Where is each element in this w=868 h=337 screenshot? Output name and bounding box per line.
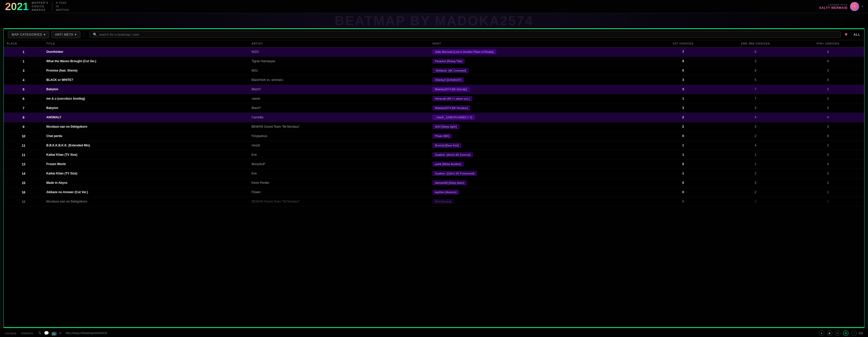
host-badge[interactable]: Syadow- [Zylin's 5K Possessed] [433,171,476,176]
github-icon[interactable]: ⌗ [59,331,61,335]
host-badge[interactable]: Syadow- [Ama's 6K Exorcist] [433,152,473,157]
toolbar: MAP CATEGORIES ▾ ANTI META ▾ 🔍 ♥ ALL [4,29,864,40]
table-row[interactable]: 1 What the Waves Brought (Cut Ver.) Tigr… [4,57,864,66]
table-row[interactable]: 6 me & u (succducc bootleg) cassie Herar… [4,94,864,103]
mode-4[interactable]: ○ [851,330,857,336]
host-badge[interactable]: MJH [Insane] [433,199,454,204]
favorites-icon[interactable]: ♥ [845,32,847,37]
cell-fourth-plus-choices: 8 [792,131,864,141]
table-row[interactable]: 13 Frozen World MuryokuP pwhk [White Ano… [4,159,864,169]
host-badge[interactable]: Herarudo [6K // i adore you.] [433,96,472,101]
table-row[interactable]: 16 Akikaze no Answer (Cut Ver.) Flower k… [4,188,864,197]
cell-place: 3 [4,66,43,75]
host-badge[interactable]: diamant66 [Deep down] [433,181,466,185]
discord-icon[interactable]: 💬 [44,331,49,335]
user-area: LOGGED IN AS SALTY MERMAID 🧜 ▾ [819,2,863,11]
cell-host: Syadow- [Ama's 6K Exorcist] [430,150,647,159]
table-row[interactable]: 10 Chat perdu Feryquitous Phukir [MX] 0 … [4,131,864,141]
logo-sub: A YEAR IN MAPPING [56,1,69,12]
cell-artist: Eve [248,169,430,178]
cell-title: Promise (feat. Sherie) [43,66,248,75]
cell-title: BLACK or WHITE? [43,75,248,85]
host-badge[interactable]: XDerbyX [EXHAUST] [433,78,464,82]
table-row[interactable]: 11 Kaikai Kitan (TV Size) Eve Syadow- [A… [4,150,864,159]
cell-fourth-plus-choices: 4 [792,159,864,169]
cell-place: 10 [4,131,43,141]
cell-artist: BlackY [248,103,430,113]
cell-host: Madoka2574 [6K Eternity] [430,85,647,94]
cell-place: 11 [4,150,43,159]
table-row[interactable]: 4 BLACK or WHITE? BlackYooh vs. siromaru… [4,75,864,85]
brand-corsace: corsace [5,332,17,335]
bottom-link[interactable]: https://osupy.sh/beatmapsets/634232 [65,332,107,334]
cell-place: 11 [4,141,43,150]
table-row[interactable]: 5 Babylon BlackY Madoka2574 [6K Eternity… [4,85,864,94]
cell-place: 16 [4,188,43,197]
anti-meta-button[interactable]: ANTI META ▾ [51,31,80,38]
host-badge[interactable]: Salty Mermaid [Lost in Another Plane of … [433,50,496,54]
cell-host: Salty Mermaid [Lost in Another Plane of … [430,47,647,57]
results-table-wrap[interactable]: PLACE TITLE ARTIST HOST 1ST CHOICES 2ND-… [4,40,864,327]
cell-title: Chat perdu [43,131,248,141]
table-row[interactable]: 1 Overthinker INZO Salty Mermaid [Lost i… [4,47,864,57]
language-selector[interactable]: EN [859,332,863,335]
cell-first-choices: 0 [647,178,719,188]
cell-first-choices: 0 [647,197,719,206]
cell-first-choices: 0 [647,188,719,197]
host-badge[interactable]: Phukir [MX] [433,134,452,138]
table-row[interactable]: 14 Kaikai Kitan (TV Size) Eve Syadow- [Z… [4,169,864,178]
host-badge[interactable]: kaythen [Autumn] [433,190,459,194]
cell-artist: nora2r [248,141,430,150]
map-categories-label: MAP CATEGORIES [11,33,42,36]
bottom-bar: corsace ·kleetivo· 𝕏 💬 📺 ⌗ https://osupy… [0,328,868,337]
host-badge[interactable]: pwhk [White Another] [433,162,463,166]
col-title: TITLE [43,40,248,47]
table-row[interactable]: 8 ANOMALY Camellia _VianK_ [UNEXPLAINED … [4,113,864,122]
avatar[interactable]: 🧜 [850,2,859,11]
host-badge[interactable]: Parachor [Rising Tide] [433,59,464,63]
all-button[interactable]: ALL [854,33,860,36]
table-row[interactable]: 15 Made in Abyss Kevin Penkin diamant66 … [4,178,864,188]
host-badge[interactable]: -NoName- [6K Covenant] [433,68,468,73]
col-artist: ARTIST [248,40,430,47]
cell-artist: BEMANI Sound Team "Mr.Nicolaus" [248,122,430,131]
cell-place: 14 [4,169,43,178]
host-badge[interactable]: Madoka2574 [6K Eternity] [433,87,469,92]
host-badge[interactable]: [Emiria] [Bass Kick] [433,143,461,148]
cell-place: 5 [4,85,43,94]
cell-title: Nicolaus-san no Dekigokoro [43,122,248,131]
map-categories-button[interactable]: MAP CATEGORIES ▾ [8,31,49,38]
cell-host: Phukir [MX] [430,131,647,141]
cell-host: XDerbyX [EXHAUST] [430,75,647,85]
host-badge[interactable]: Madoka2574 [8K Renatus] [433,106,470,110]
cell-first-choices: 1 [647,94,719,103]
mode-osu[interactable]: ● [819,330,824,336]
cell-artist: BlackY [248,85,430,94]
cell-place: 8 [4,113,43,122]
col-first-choices: 1ST CHOICES [647,40,719,47]
twitch-icon[interactable]: 📺 [52,331,57,335]
search-input[interactable] [99,33,837,36]
cell-host: [Emiria] [Bass Kick] [430,141,647,150]
mode-taiko[interactable]: ◉ [827,330,832,336]
table-row[interactable]: 3 Promise (feat. Sherie) M2U -NoName- [6… [4,66,864,75]
cell-fourth-plus-choices: 2 [792,178,864,188]
host-badge[interactable]: MJH [Sleep tight!] [433,124,459,129]
table-row[interactable]: 16 Nicolaus-san no Dekigokoro BEMANI Sou… [4,197,864,206]
col-fourth-plus-choices: 4TH+ CHOICES [792,40,864,47]
mode-mania[interactable]: ⊕ [843,330,848,336]
cell-place: 13 [4,159,43,169]
chevron-down-icon[interactable]: ▾ [862,5,863,8]
cell-title: Nicolaus-san no Dekigokoro [43,197,248,206]
mode-catch[interactable]: ⊙ [835,330,840,336]
table-row[interactable]: 11 B.B.K.K.B.K.K. (Extended Mix) nora2r … [4,141,864,150]
twitter-icon[interactable]: 𝕏 [38,331,41,335]
col-second-third-choices: 2ND-3RD CHOICES [719,40,792,47]
host-badge[interactable]: _VianK_ [UNEXPLAINED // X] [433,115,474,120]
cell-fourth-plus-choices: 4 [792,113,864,122]
table-row[interactable]: 7 Babylon BlackY Madoka2574 [8K Renatus]… [4,103,864,113]
cell-fourth-plus-choices: 2 [792,169,864,178]
cell-second-third-choices: 7 [719,85,792,94]
logo-divider [52,2,52,11]
table-row[interactable]: 9 Nicolaus-san no Dekigokoro BEMANI Soun… [4,122,864,131]
